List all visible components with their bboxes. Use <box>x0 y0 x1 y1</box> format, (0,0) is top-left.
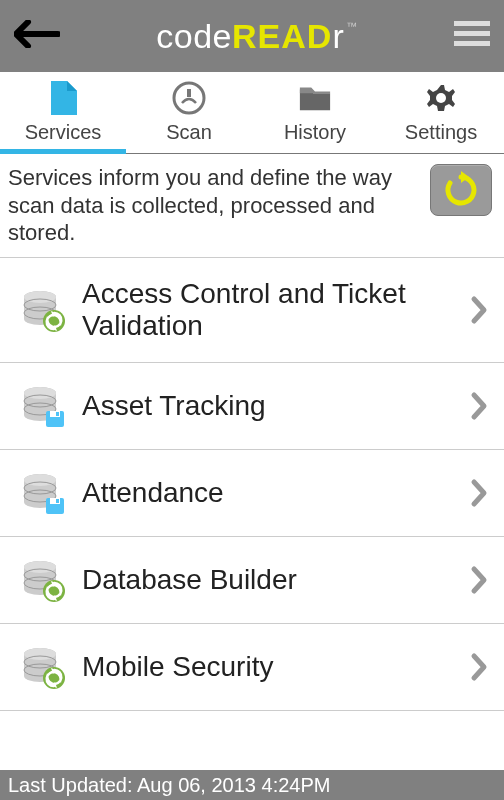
chevron-right-icon <box>470 295 490 325</box>
database-save-icon <box>20 470 66 516</box>
scanner-icon <box>172 81 206 115</box>
app-logo: codeREADr™ <box>156 17 357 56</box>
database-save-icon <box>20 383 66 429</box>
tab-services[interactable]: Services <box>0 72 126 153</box>
svg-rect-2 <box>454 41 490 46</box>
list-item[interactable]: Attendance <box>0 450 504 537</box>
database-sync-icon <box>20 287 66 333</box>
svg-rect-0 <box>454 21 490 26</box>
list-item[interactable]: Mobile Security <box>0 624 504 711</box>
list-item[interactable]: Access Control and Ticket Validation <box>0 257 504 363</box>
app-header: codeREADr™ <box>0 0 504 72</box>
list-item-label: Access Control and Ticket Validation <box>82 278 454 342</box>
tab-bar: Services Scan History <box>0 72 504 154</box>
folder-icon <box>298 81 332 115</box>
tab-scan[interactable]: Scan <box>126 72 252 153</box>
back-button[interactable] <box>14 20 60 52</box>
chevron-right-icon <box>470 652 490 682</box>
status-bar: Last Updated: Aug 06, 2013 4:24PM <box>0 770 504 800</box>
logo-text-read: READ <box>232 17 332 56</box>
chevron-right-icon <box>470 565 490 595</box>
menu-button[interactable] <box>454 19 490 53</box>
svg-rect-1 <box>454 31 490 36</box>
list-item-label: Database Builder <box>82 564 454 596</box>
tab-label: History <box>284 121 346 144</box>
info-row: Services inform you and define the way s… <box>0 154 504 257</box>
svg-rect-4 <box>187 89 191 97</box>
logo-text-code: code <box>156 17 232 56</box>
logo-text-r: r <box>332 17 344 56</box>
refresh-button[interactable] <box>430 164 492 216</box>
logo-trademark: ™ <box>346 20 358 32</box>
list-item-label: Attendance <box>82 477 454 509</box>
chevron-right-icon <box>470 478 490 508</box>
tab-label: Services <box>25 121 102 144</box>
database-sync-icon <box>20 644 66 690</box>
tab-settings[interactable]: Settings <box>378 72 504 153</box>
services-list: Access Control and Ticket Validation Ass… <box>0 257 504 771</box>
svg-rect-17 <box>56 412 59 416</box>
tab-history[interactable]: History <box>252 72 378 153</box>
svg-rect-24 <box>56 499 59 503</box>
svg-point-5 <box>436 93 446 103</box>
list-item[interactable]: Asset Tracking <box>0 363 504 450</box>
list-item-label: Asset Tracking <box>82 390 454 422</box>
list-item-label: Mobile Security <box>82 651 454 683</box>
document-icon <box>46 81 80 115</box>
refresh-icon <box>442 171 480 209</box>
info-text: Services inform you and define the way s… <box>8 164 420 247</box>
chevron-right-icon <box>470 391 490 421</box>
tab-label: Scan <box>166 121 212 144</box>
gear-icon <box>424 81 458 115</box>
database-sync-icon <box>20 557 66 603</box>
last-updated-text: Last Updated: Aug 06, 2013 4:24PM <box>8 774 330 797</box>
list-item[interactable]: Database Builder <box>0 537 504 624</box>
tab-label: Settings <box>405 121 477 144</box>
